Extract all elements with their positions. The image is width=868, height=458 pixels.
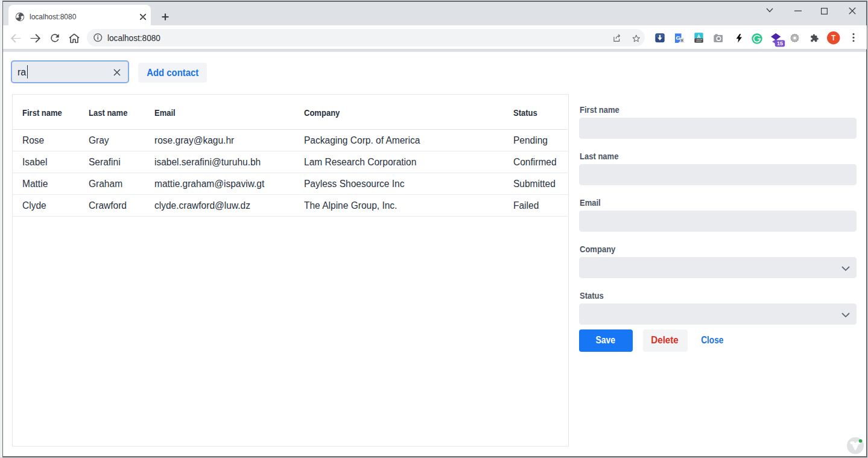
svg-text:15: 15: [776, 40, 782, 46]
svg-text:G: G: [676, 34, 680, 40]
svg-text:T: T: [831, 34, 836, 42]
